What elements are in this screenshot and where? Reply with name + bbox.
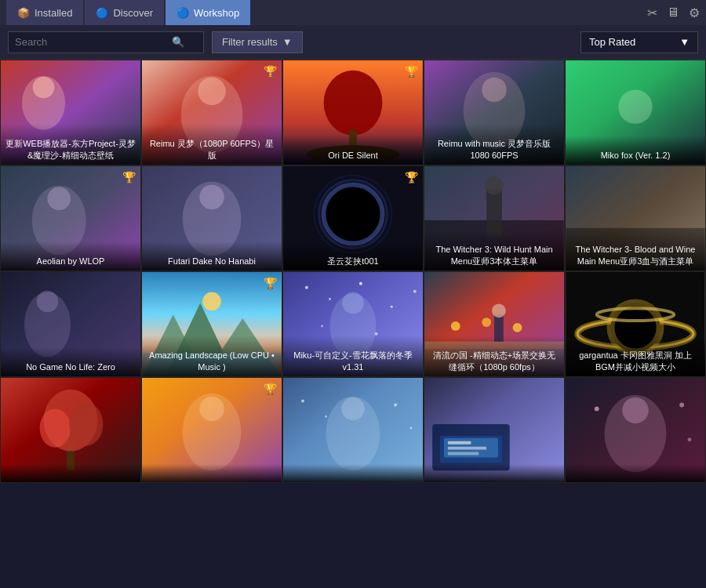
list-item[interactable] xyxy=(565,377,706,483)
svg-point-69 xyxy=(69,403,103,446)
item-label: No Game No Life: Zero xyxy=(1,347,140,376)
item-trophy-badge: 🏆 xyxy=(264,277,277,289)
sort-chevron-icon: ▼ xyxy=(679,36,690,48)
item-label xyxy=(283,464,423,482)
list-item[interactable]: 清流の国 -精细动态+场景交换无缝循环（1080p 60fps） xyxy=(424,271,565,377)
list-item[interactable] xyxy=(0,377,141,483)
nav-icon-group: ✂ 🖥 ⚙ xyxy=(647,5,700,20)
svg-rect-86 xyxy=(448,452,479,456)
search-input[interactable] xyxy=(15,36,172,48)
discover-icon: 🔵 xyxy=(96,7,108,19)
list-item[interactable]: Reimu 灵梦（1080P 60FPS）星版 🏆 xyxy=(141,60,282,165)
svg-point-17 xyxy=(47,187,71,211)
svg-point-20 xyxy=(199,185,224,210)
svg-point-45 xyxy=(391,306,393,308)
item-label xyxy=(142,464,282,482)
nav-tabs: 📦 Installed 🔵 Discover 🔵 Workshop xyxy=(6,0,250,25)
item-label: Miko fox (Ver. 1.2) xyxy=(566,136,705,165)
svg-point-72 xyxy=(199,397,224,422)
svg-rect-28 xyxy=(486,190,502,236)
filter-icon: ▼ xyxy=(282,36,293,48)
monitor-icon-btn[interactable]: 🖥 xyxy=(667,5,679,20)
svg-point-90 xyxy=(595,406,599,411)
item-label: Ori DE Silent xyxy=(283,136,423,165)
svg-point-44 xyxy=(359,282,362,285)
gear-icon-btn[interactable]: ⚙ xyxy=(689,5,700,20)
item-label xyxy=(424,464,564,482)
search-icon-btn[interactable]: 🔍 xyxy=(172,36,184,48)
wallpaper-grid: 更新WEB播放器-东方Project-灵梦&魔理沙-精细动态壁纸 Reimu 灵… xyxy=(0,60,706,483)
item-label: gargantua 卡冈图雅黑洞 加上BGM并减小视频大小 xyxy=(566,336,705,376)
tab-discover[interactable]: 🔵 Discover xyxy=(85,0,164,25)
list-item[interactable] xyxy=(424,377,565,483)
filter-button[interactable]: Filter results ▼ xyxy=(212,31,303,53)
item-label: Reimu 灵梦（1080P 60FPS）星版 xyxy=(142,124,282,165)
svg-point-56 xyxy=(513,323,522,332)
svg-point-12 xyxy=(482,78,507,103)
svg-point-47 xyxy=(321,325,323,327)
svg-rect-85 xyxy=(448,447,486,450)
list-item[interactable]: Ori DE Silent 🏆 xyxy=(282,60,424,165)
item-label xyxy=(566,464,705,482)
item-label: The Witcher 3: Wild Hunt Main Menu亚师3本体主… xyxy=(424,230,564,270)
svg-point-29 xyxy=(485,176,504,195)
wrench-icon-btn[interactable]: ✂ xyxy=(647,5,657,20)
svg-point-7 xyxy=(324,71,383,136)
svg-point-58 xyxy=(492,303,506,318)
list-item[interactable]: 更新WEB播放器-东方Project-灵梦&魔理沙-精细动态壁纸 xyxy=(0,60,141,165)
top-nav: 📦 Installed 🔵 Discover 🔵 Workshop ✂ 🖥 ⚙ xyxy=(0,0,706,25)
workshop-icon: 🔵 xyxy=(176,7,189,19)
list-item[interactable] xyxy=(282,377,424,483)
list-item[interactable]: Miko fox (Ver. 1.2) xyxy=(565,60,706,165)
svg-point-34 xyxy=(37,291,59,313)
svg-point-68 xyxy=(40,408,71,447)
list-item[interactable]: 🏆 xyxy=(141,377,282,483)
item-label: Aeolian by WLOP xyxy=(1,241,140,270)
item-trophy-badge: 🏆 xyxy=(405,171,418,183)
list-item[interactable]: Miku-可自定义-雪花飘落的冬季 v1.31 xyxy=(282,271,424,377)
svg-point-78 xyxy=(394,404,397,407)
item-trophy-badge: 🏆 xyxy=(405,65,418,78)
sort-dropdown[interactable]: Top Rated ▼ xyxy=(580,31,698,53)
tab-installed-label: Installed xyxy=(35,7,72,19)
filter-label: Filter results xyxy=(222,36,278,48)
svg-point-75 xyxy=(341,397,365,421)
item-trophy-badge: 🏆 xyxy=(122,171,136,183)
item-trophy-badge: 🏆 xyxy=(264,383,277,395)
item-label xyxy=(1,464,140,482)
svg-rect-84 xyxy=(448,441,471,445)
svg-point-5 xyxy=(198,78,225,105)
list-item[interactable]: Futari Dake No Hanabi xyxy=(141,165,282,271)
svg-point-2 xyxy=(33,77,55,99)
svg-point-43 xyxy=(329,298,331,300)
item-label: Miku-可自定义-雪花飘落的冬季 v1.31 xyxy=(283,336,423,376)
tab-workshop[interactable]: 🔵 Workshop xyxy=(166,0,250,25)
tab-installed[interactable]: 📦 Installed xyxy=(6,0,83,25)
svg-point-40 xyxy=(202,292,221,311)
svg-point-91 xyxy=(679,403,684,408)
svg-point-77 xyxy=(325,416,327,418)
installed-icon: 📦 xyxy=(17,7,30,19)
item-label: The Witcher 3- Blood and Wine Main Menu亚… xyxy=(566,230,705,270)
item-label: 清流の国 -精细动态+场景交换无缝循环（1080p 60fps） xyxy=(424,336,564,376)
svg-point-55 xyxy=(482,318,491,327)
svg-point-46 xyxy=(413,290,417,293)
list-item[interactable]: The Witcher 3: Wild Hunt Main Menu亚师3本体主… xyxy=(424,165,565,271)
svg-point-89 xyxy=(622,397,648,423)
item-label: 圣云芟挟t001 xyxy=(283,241,423,270)
list-item[interactable]: Aeolian by WLOP 🏆 xyxy=(0,165,141,271)
list-item[interactable]: gargantua 卡冈图雅黑洞 加上BGM并减小视频大小 xyxy=(565,271,706,377)
list-item[interactable]: Amazing Landscape (Low CPU • Music ) 🏆 xyxy=(141,271,282,377)
list-item[interactable]: Reimu with music 灵梦音乐版 1080 60FPS xyxy=(424,60,565,165)
svg-point-92 xyxy=(688,437,692,441)
list-item[interactable]: The Witcher 3- Blood and Wine Main Menu亚… xyxy=(565,165,706,271)
item-label: 更新WEB播放器-东方Project-灵梦&魔理沙-精细动态壁纸 xyxy=(1,124,140,165)
search-input-wrapper: 🔍 xyxy=(8,31,204,53)
item-label: Reimu with music 灵梦音乐版 1080 60FPS xyxy=(424,124,564,165)
svg-point-42 xyxy=(305,286,308,289)
sort-label: Top Rated xyxy=(589,36,635,48)
svg-point-50 xyxy=(342,292,364,314)
svg-point-76 xyxy=(301,400,304,403)
list-item[interactable]: 圣云芟挟t001 🏆 xyxy=(282,165,424,271)
list-item[interactable]: No Game No Life: Zero xyxy=(0,271,141,377)
